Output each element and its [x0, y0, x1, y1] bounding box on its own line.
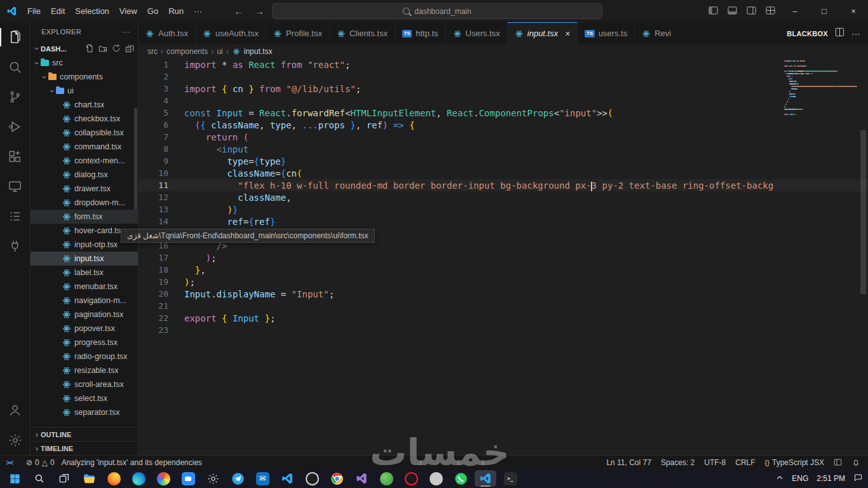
search-view-icon[interactable] [0, 52, 30, 82]
indentation[interactable]: Spaces: 2 [661, 458, 695, 467]
account-icon[interactable] [0, 395, 30, 425]
taskbar-icon-photos[interactable] [153, 470, 174, 487]
taskbar-icon-firefox[interactable] [103, 470, 125, 487]
code-line-18[interactable]: 18 }, [139, 264, 868, 276]
taskbar-icon-terminal[interactable]: >_ [499, 470, 521, 487]
tree-file-navigation-m...[interactable]: navigation-m... [31, 294, 138, 308]
customize-layout-icon[interactable] [766, 6, 775, 17]
tree-file-menubar.tsx[interactable]: menubar.tsx [31, 280, 138, 294]
menu-overflow-button[interactable]: ··· [189, 6, 207, 16]
tab-clients.tsx[interactable]: Clients.tsx [330, 22, 395, 44]
tree-file-input.tsx[interactable]: input.tsx [31, 252, 138, 266]
explorer-more-actions[interactable]: ··· [123, 28, 130, 36]
problems-indicator[interactable]: ⊘ 0 △ 0 [26, 458, 55, 467]
encoding[interactable]: UTF-8 [704, 458, 726, 467]
code-line-6[interactable]: 6 ({ className, type, ...props }, ref) =… [139, 119, 868, 131]
run-debug-icon[interactable] [0, 112, 30, 142]
taskbar-icon-mail[interactable]: ✉ [252, 470, 273, 487]
taskbar-icon-vscode-active[interactable] [475, 470, 496, 487]
taskbar-icon-anaconda[interactable] [376, 470, 397, 487]
code-line-12[interactable]: 12 className, [139, 191, 868, 203]
code-line-2[interactable]: 2 [139, 71, 868, 83]
tab-users.tsx[interactable]: Users.tsx [446, 22, 508, 44]
forward-icon[interactable]: → [255, 6, 264, 17]
tree-file-popover.tsx[interactable]: popover.tsx [31, 322, 138, 336]
menu-run[interactable]: Run [163, 0, 189, 22]
breadcrumb-item[interactable]: components [166, 47, 208, 56]
live-share-icon[interactable] [0, 231, 30, 261]
tree-file-label.tsx[interactable]: label.tsx [31, 266, 138, 280]
sidebar-scrollbar[interactable] [134, 108, 137, 210]
cursor-position[interactable]: Ln 11, Col 77 [606, 458, 651, 467]
menu-view[interactable]: View [114, 0, 142, 22]
code-line-5[interactable]: 5const Input = React.forwardRef<HTMLInpu… [139, 107, 868, 119]
remote-explorer-icon[interactable] [0, 172, 30, 201]
taskbar-icon-obs[interactable] [301, 470, 323, 487]
breadcrumb-item[interactable]: src [147, 47, 158, 56]
more-actions-icon[interactable]: ··· [851, 29, 860, 39]
tree-folder-src[interactable]: ›src [31, 56, 138, 70]
tree-file-dropdown-m...[interactable]: dropdown-m... [31, 196, 138, 210]
breadcrumb-item[interactable]: input.tsx [244, 47, 273, 56]
code-line-10[interactable]: 10 className={cn( [139, 167, 868, 179]
tree-file-separator.tsx[interactable]: separator.tsx [31, 405, 138, 419]
code-line-23[interactable]: 23 [139, 324, 868, 336]
tree-file-form.tsx[interactable]: form.tsx [31, 210, 138, 224]
minimap[interactable] [784, 60, 859, 119]
outline-panel-header[interactable]: › OUTLINE [31, 427, 138, 441]
tray-chevron-up-icon[interactable] [776, 474, 783, 484]
remote-indicator[interactable]: >< [0, 456, 19, 469]
menu-selection[interactable]: Selection [70, 0, 114, 22]
code-line-20[interactable]: 20Input.displayName = "Input"; [139, 288, 868, 300]
language-mode[interactable]: {} TypeScript JSX [765, 458, 824, 467]
outline-view-icon[interactable] [0, 201, 30, 231]
code-line-22[interactable]: 22export { Input }; [139, 312, 868, 324]
code-line-4[interactable]: 4 [139, 95, 868, 107]
new-file-icon[interactable] [85, 44, 94, 54]
split-editor-icon[interactable] [835, 27, 844, 39]
code-line-17[interactable]: 17 ); [139, 252, 868, 264]
menu-file[interactable]: File [22, 0, 46, 22]
command-center-search[interactable]: dashboard_main [272, 3, 602, 19]
tree-folder-ui[interactable]: ›ui [31, 84, 138, 98]
tree-file-pagination.tsx[interactable]: pagination.tsx [31, 308, 138, 322]
close-tab-icon[interactable]: × [565, 29, 570, 39]
editor-scrollbar[interactable] [860, 130, 866, 294]
clock[interactable]: 2:51 PM [817, 474, 845, 483]
timeline-panel-header[interactable]: › TIMELINE [31, 441, 138, 455]
taskbar-icon-chrome[interactable] [326, 470, 348, 487]
language-indicator[interactable]: ENG [792, 474, 808, 483]
taskbar-icon-start[interactable] [4, 470, 25, 487]
tree-file-resizable.tsx[interactable]: resizable.tsx [31, 363, 138, 377]
tab-revi[interactable]: Revi [635, 22, 672, 44]
taskbar-icon-telegram[interactable] [227, 470, 248, 487]
code-line-8[interactable]: 8 <input [139, 143, 868, 155]
tree-file-collapsible.tsx[interactable]: collapsible.tsx [31, 126, 138, 140]
breadcrumb-item[interactable]: ui [217, 47, 222, 56]
taskbar-icon-task-view[interactable] [53, 470, 75, 487]
tree-file-dialog.tsx[interactable]: dialog.tsx [31, 168, 138, 182]
menu-edit[interactable]: Edit [46, 0, 70, 22]
taskbar-icon-whatsapp[interactable] [450, 470, 471, 487]
tree-file-scroll-area.tsx[interactable]: scroll-area.tsx [31, 377, 138, 391]
taskbar-icon-zoom[interactable] [177, 470, 199, 487]
toggle-panel-icon[interactable] [728, 6, 737, 17]
taskbar-icon-search[interactable] [29, 470, 50, 487]
refresh-icon[interactable] [112, 44, 121, 54]
new-folder-icon[interactable] [98, 44, 107, 54]
tab-users.ts[interactable]: TSusers.ts [578, 22, 635, 44]
tree-file-radio-group.tsx[interactable]: radio-group.tsx [31, 349, 138, 363]
tree-file-chart.tsx[interactable]: chart.tsx [31, 98, 138, 112]
blackbox-button[interactable]: BLACKBOX [787, 30, 828, 37]
tree-file-progress.tsx[interactable]: progress.tsx [31, 336, 138, 349]
tab-input.tsx[interactable]: input.tsx× [508, 22, 578, 44]
code-line-7[interactable]: 7 return ( [139, 131, 868, 143]
collapse-all-icon[interactable] [125, 44, 134, 54]
source-control-icon[interactable] [0, 82, 30, 112]
code-line-14[interactable]: 14 ref={ref} [139, 215, 868, 227]
code-line-21[interactable]: 21 [139, 300, 868, 312]
extensions-icon[interactable] [0, 142, 30, 172]
layout-status-icon[interactable] [834, 458, 842, 466]
toggle-secondary-sidebar-icon[interactable] [747, 6, 756, 17]
code-line-1[interactable]: 1import * as React from "react"; [139, 58, 868, 71]
